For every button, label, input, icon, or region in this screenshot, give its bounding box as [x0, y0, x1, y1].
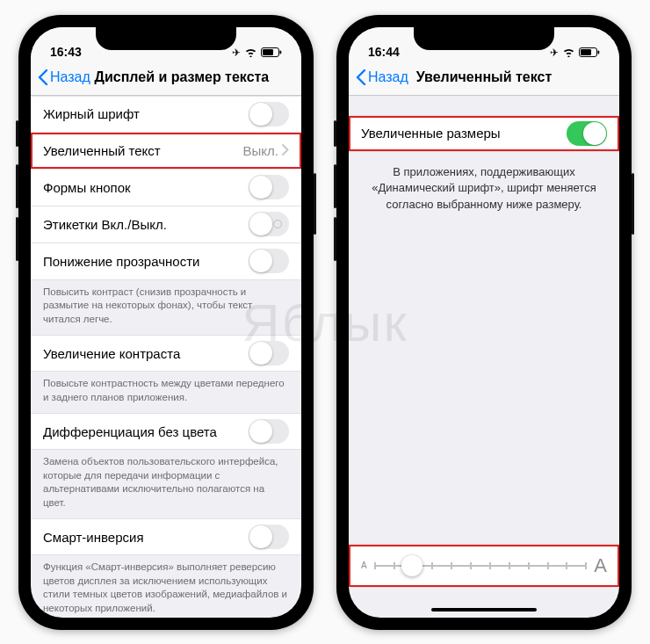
back-label: Назад [50, 69, 90, 85]
home-indicator[interactable] [431, 608, 537, 611]
row-label: Дифференциация без цвета [43, 424, 249, 439]
wifi-icon [244, 47, 257, 57]
phone-right: 16:44 ✈︎ Назад Увеличенный текст Увеличе… [336, 15, 632, 630]
larger-text-screen: Увеличенные размеры В приложениях, подде… [349, 96, 619, 618]
toggle-larger-sizes[interactable] [567, 121, 607, 146]
nav-title: Дисплей и размер текста [95, 69, 270, 85]
back-label: Назад [368, 69, 408, 85]
svg-rect-1 [263, 49, 273, 55]
row-larger-text[interactable]: Увеличенный текст Выкл. [31, 133, 301, 170]
description-text: В приложениях, поддерживающих «Динамичес… [349, 152, 619, 227]
battery-icon [261, 47, 282, 57]
footer-contrast: Повысьте контрастность между цветами пер… [31, 372, 301, 413]
footer-smart: Функция «Смарт-инверсия» выполняет ревер… [31, 555, 301, 617]
chevron-left-icon [356, 69, 366, 85]
slider-thumb[interactable] [401, 555, 422, 576]
nav-title: Увеличенный текст [416, 69, 552, 85]
row-on-off-labels[interactable]: Этикетки Вкл./Выкл. [31, 206, 301, 243]
nav-bar: Назад Увеличенный текст [349, 61, 619, 96]
back-button[interactable]: Назад [38, 69, 90, 85]
footer-diff: Замена объектов пользовательского интерф… [31, 450, 301, 518]
nav-bar: Назад Дисплей и размер текста [31, 61, 301, 96]
airplane-icon: ✈︎ [232, 47, 241, 59]
notch [96, 27, 236, 50]
toggle-smart-invert[interactable] [249, 525, 289, 549]
status-time: 16:43 [50, 45, 82, 59]
text-size-slider-bar: A A [349, 544, 619, 588]
svg-rect-5 [598, 51, 600, 54]
row-label: Увеличенный текст [43, 143, 243, 158]
toggle-bold-text[interactable] [249, 102, 289, 127]
wifi-icon [562, 47, 575, 57]
phone-left: 16:43 ✈︎ Назад Дисплей и размер текста Ж… [18, 15, 314, 630]
back-button[interactable]: Назад [356, 69, 408, 85]
slider-min-label: A [361, 561, 367, 570]
status-time: 16:44 [368, 45, 400, 59]
row-label: Увеличенные размеры [361, 126, 567, 141]
row-reduce-transparency[interactable]: Понижение прозрачности [31, 243, 301, 280]
row-value: Выкл. [243, 143, 278, 158]
row-label: Этикетки Вкл./Выкл. [43, 217, 249, 232]
text-size-slider[interactable] [374, 557, 588, 575]
row-label: Смарт-инверсия [43, 530, 249, 545]
chevron-left-icon [38, 69, 48, 85]
toggle-button-shapes[interactable] [249, 175, 289, 199]
row-bold-text[interactable]: Жирный шрифт [31, 96, 301, 133]
slider-max-label: A [594, 554, 607, 577]
row-button-shapes[interactable]: Формы кнопок [31, 170, 301, 206]
svg-rect-2 [280, 51, 282, 54]
toggle-reduce-transparency[interactable] [249, 249, 289, 273]
row-label: Понижение прозрачности [43, 254, 249, 269]
footer-transparency: Повысить контраст (снизив прозрачность и… [31, 280, 301, 336]
row-diff-no-color[interactable]: Дифференциация без цвета [31, 413, 301, 450]
notch [414, 27, 554, 50]
airplane-icon: ✈︎ [550, 47, 559, 59]
row-label: Увеличение контраста [43, 346, 249, 361]
svg-rect-4 [581, 49, 591, 55]
toggle-increase-contrast[interactable] [249, 341, 289, 365]
row-smart-invert[interactable]: Смарт-инверсия [31, 518, 301, 555]
row-label: Формы кнопок [43, 180, 249, 195]
battery-icon [579, 47, 600, 57]
row-label: Жирный шрифт [43, 106, 249, 121]
row-increase-contrast[interactable]: Увеличение контраста [31, 335, 301, 372]
chevron-right-icon [282, 143, 289, 158]
toggle-diff-no-color[interactable] [249, 419, 289, 444]
toggle-on-off-labels[interactable] [249, 212, 289, 236]
row-larger-sizes[interactable]: Увеличенные размеры [349, 115, 619, 152]
settings-list: Жирный шрифт Увеличенный текст Выкл. Фор… [31, 96, 301, 618]
